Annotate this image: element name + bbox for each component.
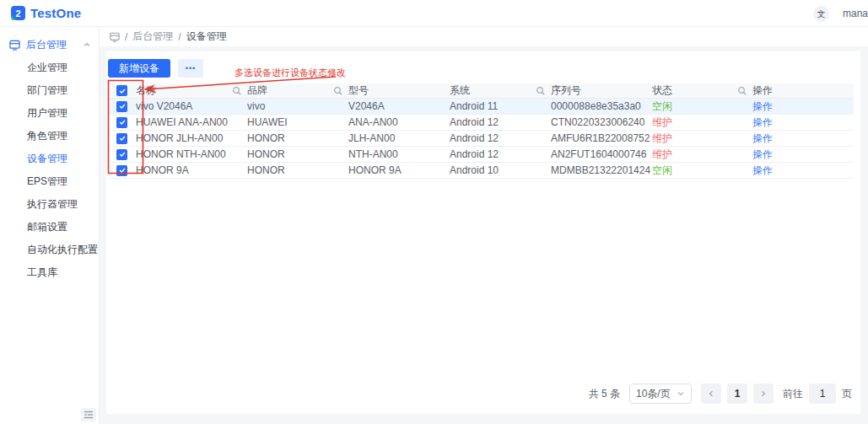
row-checkbox[interactable] [116, 117, 127, 128]
cell-serial: CTN0220323006240 [551, 116, 652, 128]
sidebar-item-6[interactable]: 执行器管理 [0, 193, 99, 216]
table-body: vivo V2046AvivoV2046AAndroid 110000088e8… [108, 99, 854, 179]
status-badge: 维护 [652, 115, 672, 130]
sidebar-item-1[interactable]: 部门管理 [0, 79, 99, 102]
cell-model: V2046A [348, 100, 450, 112]
goto-page-input[interactable] [809, 384, 836, 404]
cell-os: Android 10 [450, 164, 551, 176]
breadcrumb-separator: / [178, 31, 181, 43]
cell-os: Android 12 [450, 116, 551, 128]
logo-icon: 2 [11, 6, 25, 20]
column-header-brand: 品牌 [247, 83, 348, 98]
column-label: 系统 [450, 83, 470, 98]
table-row[interactable]: HONOR 9AHONORHONOR 9AAndroid 10MDMBB2132… [108, 163, 854, 179]
status-badge: 空闲 [652, 164, 672, 178]
sidebar-collapse-button[interactable] [81, 408, 96, 421]
chevron-down-icon [677, 389, 685, 398]
cell-name: vivo V2046A [136, 100, 247, 112]
device-table-card: 新增设备 ••• 名称品牌型号系统序列号状态操作 [106, 51, 860, 414]
add-device-button[interactable]: 新增设备 [108, 59, 170, 78]
row-action-link[interactable]: 操作 [752, 115, 773, 130]
column-header-action: 操作 [752, 83, 854, 98]
cell-serial: MDMBB21322201424 [551, 164, 652, 176]
chevron-up-icon[interactable] [83, 40, 91, 49]
next-page-button[interactable] [753, 384, 774, 404]
username-label[interactable]: mana [843, 8, 868, 19]
search-icon[interactable] [737, 86, 747, 96]
top-bar: 2 TestOne 文 mana [0, 0, 868, 27]
column-label: 操作 [752, 83, 773, 98]
table-row[interactable]: vivo V2046AvivoV2046AAndroid 110000088e8… [108, 99, 854, 115]
language-icon[interactable]: 文 [813, 6, 829, 22]
status-badge: 空闲 [652, 99, 672, 114]
sidebar-item-7[interactable]: 邮箱设置 [0, 216, 99, 239]
cell-serial: AMFU6R1B22008752 [551, 132, 652, 144]
content-area: 新增设备 ••• 名称品牌型号系统序列号状态操作 [100, 46, 868, 424]
sidebar-group-label: 后台管理 [26, 38, 67, 52]
pagination: 共 5 条 10条/页 [589, 384, 852, 404]
collapse-menu-icon [84, 411, 94, 419]
device-table: 名称品牌型号系统序列号状态操作 vivo V2046AvivoV2046AAnd… [108, 83, 854, 179]
sidebar-item-2[interactable]: 用户管理 [0, 102, 99, 125]
row-action-link[interactable]: 操作 [752, 148, 773, 162]
row-action-link[interactable]: 操作 [752, 164, 773, 178]
cell-brand: HUAWEI [247, 116, 348, 128]
row-checkbox[interactable] [116, 165, 127, 176]
sidebar-item-5[interactable]: EPS管理 [0, 170, 99, 193]
row-checkbox-cell [108, 149, 136, 160]
cell-action: 操作 [752, 131, 854, 146]
cell-brand: vivo [247, 100, 348, 112]
cell-model: NTH-AN00 [348, 148, 450, 160]
row-checkbox[interactable] [116, 101, 127, 112]
row-checkbox[interactable] [116, 133, 127, 144]
row-checkbox-cell [108, 133, 136, 144]
breadcrumb-console-icon [110, 32, 120, 42]
sidebar-item-0[interactable]: 企业管理 [0, 56, 99, 79]
admin-console-icon [9, 40, 20, 51]
cell-name: HONOR 9A [136, 164, 247, 176]
sidebar-group-admin[interactable]: 后台管理 [0, 33, 99, 56]
search-icon[interactable] [536, 86, 546, 96]
page-number-button[interactable]: 1 [727, 384, 747, 404]
select-all-checkbox[interactable] [116, 85, 127, 96]
column-header-model: 型号 [348, 83, 450, 98]
app-logo[interactable]: 2 TestOne [11, 6, 81, 20]
cell-action: 操作 [752, 99, 854, 114]
row-checkbox[interactable] [116, 149, 127, 160]
more-actions-button[interactable]: ••• [178, 59, 203, 78]
row-action-link[interactable]: 操作 [752, 131, 773, 146]
cell-name: HONOR NTH-AN00 [136, 148, 247, 160]
column-label: 型号 [348, 83, 369, 98]
column-header-status: 状态 [652, 83, 752, 98]
table-row[interactable]: HONOR JLH-AN00HONORJLH-AN00Android 12AMF… [108, 131, 854, 147]
sidebar-item-8[interactable]: 自动化执行配置 [0, 239, 99, 261]
sidebar-menu-children: 企业管理部门管理用户管理角色管理设备管理EPS管理执行器管理邮箱设置自动化执行配… [0, 56, 99, 284]
cell-status: 空闲 [652, 164, 752, 178]
breadcrumb: / 后台管理 / 设备管理 [100, 27, 868, 46]
chevron-right-icon [759, 389, 768, 398]
cell-model: ANA-AN00 [348, 116, 450, 128]
prev-page-button[interactable] [701, 384, 721, 404]
table-row[interactable]: HUAWEI ANA-AN00HUAWEIANA-AN00Android 12C… [108, 115, 854, 131]
cell-name: HONOR JLH-AN00 [136, 132, 247, 144]
search-icon[interactable] [232, 86, 242, 96]
cell-name: HUAWEI ANA-AN00 [136, 116, 247, 128]
row-checkbox-cell [108, 165, 136, 176]
sidebar-item-9[interactable]: 工具库 [0, 261, 99, 284]
table-row[interactable]: HONOR NTH-AN00HONORNTH-AN00Android 12AN2… [108, 147, 854, 163]
cell-status: 空闲 [652, 99, 752, 114]
page-size-select[interactable]: 10条/页 [629, 384, 692, 404]
cell-os: Android 11 [450, 100, 551, 112]
breadcrumb-item-admin[interactable]: 后台管理 [132, 30, 173, 44]
sidebar-item-3[interactable]: 角色管理 [0, 125, 99, 148]
goto-label: 前往 [783, 387, 803, 401]
cell-action: 操作 [752, 164, 854, 178]
row-action-link[interactable]: 操作 [752, 99, 773, 114]
pagination-total: 共 5 条 [589, 387, 620, 401]
search-icon[interactable] [333, 86, 343, 96]
cell-model: HONOR 9A [348, 164, 450, 176]
cell-status: 维护 [652, 115, 752, 130]
sidebar-item-4[interactable]: 设备管理 [0, 148, 99, 170]
table-header-row: 名称品牌型号系统序列号状态操作 [108, 83, 854, 99]
status-badge: 维护 [652, 148, 672, 162]
